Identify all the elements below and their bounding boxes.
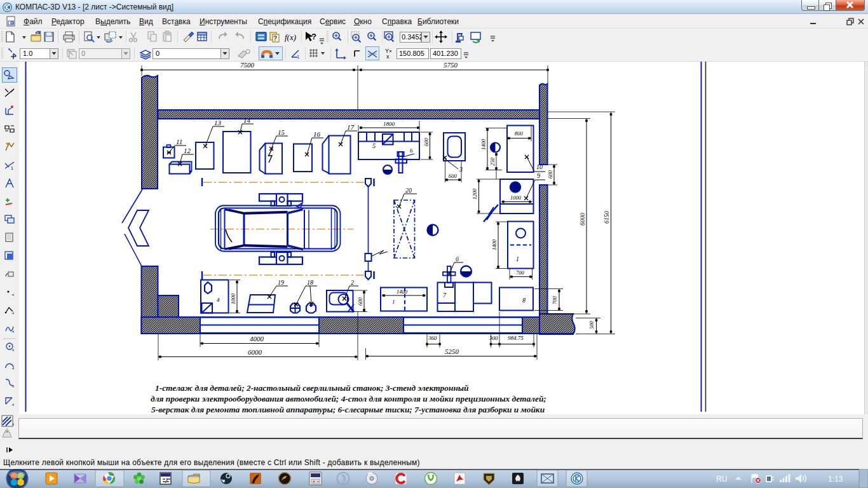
- svg-text:3: 3: [459, 166, 463, 173]
- svg-text:5: 5: [372, 142, 376, 149]
- svg-text:5250: 5250: [445, 348, 459, 355]
- svg-text:1000: 1000: [510, 194, 522, 201]
- svg-text:18: 18: [307, 279, 313, 286]
- svg-text:7500: 7500: [240, 62, 255, 69]
- svg-text:0: 0: [81, 50, 85, 57]
- svg-text:6000: 6000: [579, 213, 586, 226]
- svg-text:150.805: 150.805: [399, 50, 424, 57]
- svg-text:1-стелаж для деталей; 2-настол: 1-стелаж для деталей; 2-настольный сверл…: [155, 383, 469, 393]
- svg-text:0.3452: 0.3452: [402, 33, 423, 41]
- svg-text:1200: 1200: [471, 188, 478, 200]
- svg-text:x: x: [386, 53, 390, 60]
- svg-text:20: 20: [405, 187, 412, 194]
- svg-text:?: ?: [273, 35, 277, 42]
- svg-text:10: 10: [536, 163, 543, 170]
- svg-text:для проверки электрооборудован: для проверки электрооборудования автомоб…: [151, 394, 546, 403]
- svg-text:13: 13: [214, 119, 222, 126]
- svg-text:700: 700: [552, 296, 558, 305]
- svg-text:1400: 1400: [491, 239, 498, 250]
- svg-text:700: 700: [516, 269, 525, 276]
- svg-text:2: 2: [351, 279, 354, 286]
- svg-text:1800: 1800: [383, 121, 395, 127]
- svg-text:6150: 6150: [603, 211, 610, 224]
- svg-text:250: 250: [489, 158, 496, 166]
- svg-text:600: 600: [357, 297, 363, 306]
- svg-text:RU: RU: [716, 475, 727, 484]
- svg-text:800: 800: [515, 130, 524, 137]
- svg-text:500: 500: [588, 321, 595, 330]
- svg-text:1: 1: [11, 166, 13, 170]
- svg-text:600: 600: [449, 173, 458, 179]
- svg-text:15: 15: [278, 128, 285, 136]
- svg-text:5750: 5750: [444, 62, 458, 69]
- svg-text:6: 6: [456, 255, 459, 262]
- svg-text:4: 4: [217, 297, 220, 303]
- svg-text:4000: 4000: [250, 335, 264, 342]
- svg-text:0: 0: [156, 50, 159, 57]
- svg-text:5-верстак для ремонта топливно: 5-верстак для ремонта топливной аппарату…: [151, 405, 545, 414]
- svg-text:16: 16: [313, 130, 321, 138]
- svg-text:1400: 1400: [397, 288, 408, 295]
- svg-text:9: 9: [537, 172, 540, 179]
- svg-text:1:13: 1:13: [828, 475, 843, 484]
- svg-text:8: 8: [522, 297, 526, 304]
- svg-text:19: 19: [278, 279, 284, 286]
- svg-text:401.230: 401.230: [433, 50, 458, 57]
- svg-text:1: 1: [297, 54, 300, 60]
- svg-text:1: 1: [392, 299, 395, 305]
- svg-text:600: 600: [547, 170, 553, 179]
- svg-text:?: ?: [311, 32, 316, 41]
- svg-text:1.0: 1.0: [23, 50, 32, 57]
- svg-text:6: 6: [410, 147, 413, 154]
- svg-text:7: 7: [443, 292, 447, 299]
- svg-text:17: 17: [347, 123, 355, 131]
- svg-text:f(x): f(x): [285, 32, 296, 42]
- svg-text:12: 12: [184, 147, 191, 154]
- svg-text:360: 360: [428, 335, 437, 341]
- svg-text:300: 300: [489, 335, 498, 341]
- svg-text:1000: 1000: [230, 293, 236, 304]
- svg-text:984.75: 984.75: [508, 335, 524, 341]
- svg-text:6000: 6000: [248, 348, 262, 356]
- svg-text:1: 1: [516, 255, 519, 262]
- svg-text:11: 11: [176, 138, 182, 146]
- svg-text:1400: 1400: [480, 139, 487, 150]
- svg-text:600: 600: [423, 138, 430, 147]
- svg-text:14: 14: [243, 116, 251, 124]
